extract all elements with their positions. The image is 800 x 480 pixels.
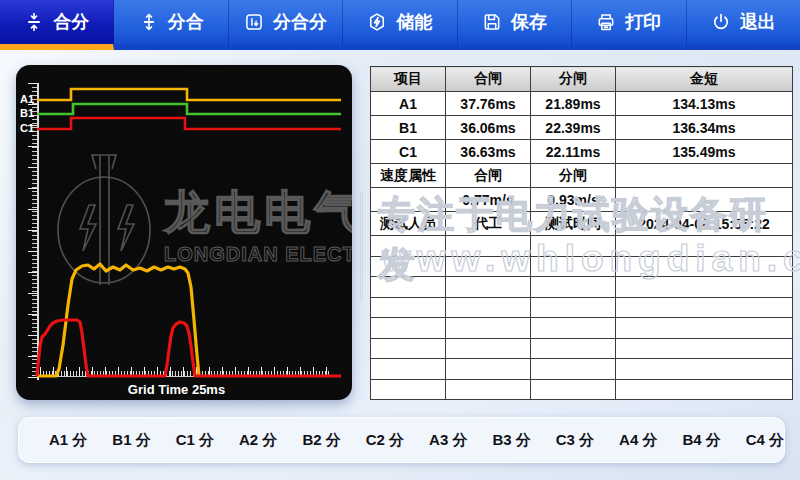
cell — [616, 188, 793, 212]
tab-label: 退出 — [740, 10, 776, 34]
table-row-empty — [371, 277, 793, 298]
cell: 速度属性 — [371, 164, 446, 188]
cell: 136.34ms — [616, 116, 793, 140]
status-item-a3: A3 分 — [429, 431, 467, 450]
cell: 135.49ms — [616, 140, 793, 164]
cell: 22.39ms — [531, 116, 616, 140]
table-row-empty — [371, 338, 793, 359]
table-row-empty — [371, 297, 793, 318]
cell: 0.77m/s — [446, 188, 531, 212]
status-item-b1: B1 分 — [112, 431, 150, 450]
cell: 36.63ms — [446, 140, 531, 164]
tab-label: 保存 — [511, 10, 547, 34]
cell: 测试时间 — [531, 212, 616, 236]
header-metal-short: 金短 — [616, 67, 793, 92]
status-item-c3: C3 分 — [556, 431, 594, 450]
table-row-b1: B1 36.06ms 22.39ms 136.34ms — [371, 116, 793, 140]
status-item-a4: A4 分 — [619, 431, 657, 450]
cell: 21.89ms — [531, 92, 616, 116]
table-row-empty — [371, 318, 793, 339]
tab-label: 打印 — [625, 10, 661, 34]
cell: C1 — [371, 140, 446, 164]
tab-open-close-open[interactable]: 分合分 — [229, 0, 343, 50]
cell: A1 — [371, 92, 446, 116]
tab-save[interactable]: 保存 — [458, 0, 572, 50]
main-area: 龙电电气 LONGDIAN ELECTRIC A1 B1 C1 Grid Tim… — [0, 50, 800, 480]
cell: 22.11ms — [531, 140, 616, 164]
header-item: 项目 — [371, 67, 446, 92]
waveform-plot — [16, 65, 352, 400]
split-vertical-icon — [139, 12, 159, 32]
status-item-a2: A2 分 — [239, 431, 277, 450]
pulse-box-icon — [244, 12, 264, 32]
tab-open-close[interactable]: 分合 — [114, 0, 228, 50]
tab-label: 分合 — [168, 10, 204, 34]
tab-print[interactable]: 打印 — [572, 0, 686, 50]
table-row-speed-values: 0.77m/s 0.93m/s — [371, 188, 793, 212]
top-nav-bar: 合分 分合 分合分 储能 保存 打印 — [0, 0, 800, 50]
oscillogram-panel: 龙电电气 LONGDIAN ELECTRIC A1 B1 C1 Grid Tim… — [16, 65, 352, 400]
table-row-c1: C1 36.63ms 22.11ms 135.49ms — [371, 140, 793, 164]
tab-exit[interactable]: 退出 — [687, 0, 800, 50]
status-item-b3: B3 分 — [492, 431, 530, 450]
cell — [371, 188, 446, 212]
trace-b1-step — [37, 104, 341, 114]
table-row-empty — [371, 256, 793, 277]
trace-c1-step — [37, 118, 341, 129]
header-open: 分闸 — [531, 67, 616, 92]
table-row-speed-attr: 速度属性 合闸 分闸 — [371, 164, 793, 188]
status-item-c2: C2 分 — [366, 431, 404, 450]
trace-label-b1: B1 — [20, 107, 34, 119]
header-close: 合闸 — [446, 67, 531, 92]
tab-label: 合分 — [53, 10, 89, 34]
trace-travel-red — [37, 320, 341, 376]
cell — [616, 164, 793, 188]
status-item-c4: C4 分 — [746, 431, 784, 450]
trace-label-c1: C1 — [20, 122, 34, 134]
cell: 分闸 — [531, 164, 616, 188]
tab-label: 储能 — [396, 10, 432, 34]
table-header-row: 项目 合闸 分闸 金短 — [371, 67, 793, 92]
table-row-empty — [371, 236, 793, 257]
power-icon — [711, 12, 731, 32]
cell: 0.93m/s — [531, 188, 616, 212]
cell: 2024-04-08 15:55:22 — [616, 212, 793, 236]
results-table: 项目 合闸 分闸 金短 A1 37.76ms 21.89ms 134.13ms … — [370, 66, 793, 400]
grid-time-label: Grid Time 25ms — [74, 382, 279, 397]
table-row-tester: 测试人员 代工 测试时间 2024-04-08 15:55:22 — [371, 212, 793, 236]
cell: 37.76ms — [446, 92, 531, 116]
status-bar: A1 分 B1 分 C1 分 A2 分 B2 分 C2 分 A3 分 B3 分 … — [18, 417, 785, 463]
table-row-empty — [371, 379, 793, 400]
status-item-b4: B4 分 — [682, 431, 720, 450]
tab-close-open[interactable]: 合分 — [0, 0, 114, 50]
cell: 代工 — [446, 212, 531, 236]
energy-hexagon-icon — [367, 12, 387, 32]
cell: 测试人员 — [371, 212, 446, 236]
cell: 36.06ms — [446, 116, 531, 140]
merge-vertical-icon — [24, 12, 44, 32]
table-row-empty — [371, 359, 793, 380]
cell: 合闸 — [446, 164, 531, 188]
status-item-b2: B2 分 — [302, 431, 340, 450]
cell: 134.13ms — [616, 92, 793, 116]
tab-label: 分合分 — [273, 10, 327, 34]
watermark-divider — [360, 192, 363, 300]
printer-icon — [596, 12, 616, 32]
status-item-c1: C1 分 — [176, 431, 214, 450]
status-item-a1: A1 分 — [49, 431, 87, 450]
cell: B1 — [371, 116, 446, 140]
save-floppy-icon — [482, 12, 502, 32]
trace-a1-step — [37, 89, 341, 100]
results-table-container: 项目 合闸 分闸 金短 A1 37.76ms 21.89ms 134.13ms … — [370, 66, 793, 400]
trace-label-a1: A1 — [20, 93, 34, 105]
tab-energy-storage[interactable]: 储能 — [343, 0, 457, 50]
table-row-a1: A1 37.76ms 21.89ms 134.13ms — [371, 92, 793, 116]
